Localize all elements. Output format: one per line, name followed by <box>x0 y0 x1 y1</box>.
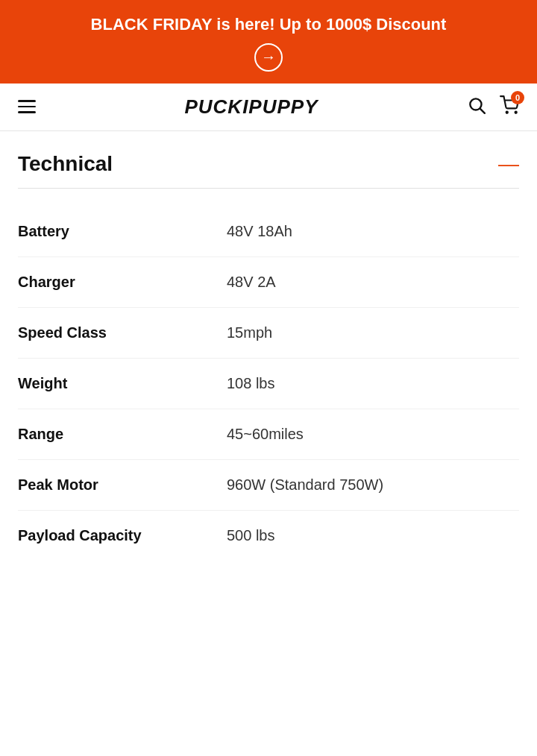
spec-label: Weight <box>18 375 227 392</box>
banner-arrow-icon[interactable]: → <box>254 43 283 72</box>
spec-label: Charger <box>18 274 227 291</box>
cart-badge: 0 <box>511 91 524 104</box>
search-icon[interactable] <box>467 95 486 118</box>
svg-point-2 <box>506 112 508 113</box>
spec-label: Payload Capacity <box>18 527 227 544</box>
svg-point-3 <box>515 112 517 113</box>
spec-value: 500 lbs <box>227 527 275 544</box>
spec-label: Range <box>18 426 227 443</box>
table-row: Battery48V 18Ah <box>18 207 519 257</box>
collapse-icon[interactable]: — <box>498 154 519 174</box>
svg-line-1 <box>480 109 485 113</box>
section-header: Technical — <box>18 152 519 176</box>
table-row: Range45~60miles <box>18 409 519 460</box>
table-row: Payload Capacity500 lbs <box>18 511 519 561</box>
specs-table: Battery48V 18AhCharger48V 2ASpeed Class1… <box>18 207 519 561</box>
spec-label: Battery <box>18 223 227 240</box>
site-header: PUCKIPUPPY 0 <box>0 84 537 131</box>
table-row: Charger48V 2A <box>18 257 519 308</box>
table-row: Peak Motor960W (Standard 750W) <box>18 460 519 511</box>
table-row: Weight108 lbs <box>18 359 519 409</box>
promo-banner[interactable]: BLACK FRIDAY is here! Up to 1000$ Discou… <box>0 0 537 84</box>
table-row: Speed Class15mph <box>18 308 519 359</box>
spec-label: Peak Motor <box>18 476 227 494</box>
spec-value: 15mph <box>227 324 272 341</box>
spec-label: Speed Class <box>18 324 227 341</box>
header-icons: 0 <box>467 95 519 118</box>
hamburger-menu-icon[interactable] <box>18 100 36 113</box>
section-divider <box>18 188 519 189</box>
spec-value: 48V 2A <box>227 274 276 291</box>
spec-value: 108 lbs <box>227 375 275 392</box>
section-title: Technical <box>18 152 113 176</box>
spec-value: 45~60miles <box>227 426 304 443</box>
cart-icon[interactable]: 0 <box>500 95 519 118</box>
banner-text: BLACK FRIDAY is here! Up to 1000$ Discou… <box>15 13 522 36</box>
main-content: Technical — Battery48V 18AhCharger48V 2A… <box>0 131 537 590</box>
spec-value: 48V 18Ah <box>227 223 292 240</box>
site-logo[interactable]: PUCKIPUPPY <box>184 95 318 119</box>
spec-value: 960W (Standard 750W) <box>227 476 383 494</box>
